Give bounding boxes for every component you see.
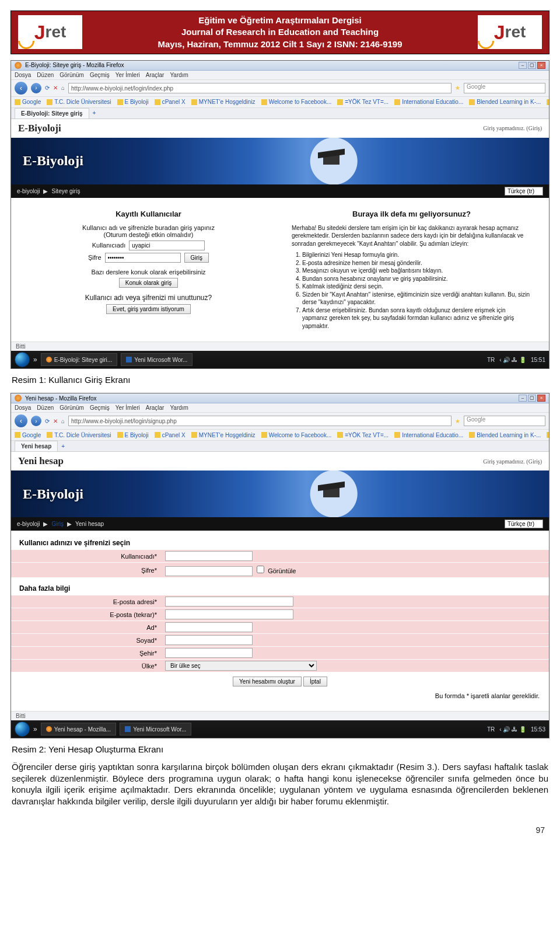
- signup-password-input[interactable]: [165, 566, 253, 576]
- bookmark-item[interactable]: T.C. Dicle Üniversitesi: [47, 432, 111, 438]
- bookmark-item[interactable]: MYNET'e Hoşgeldiniz: [191, 432, 256, 438]
- stop-icon[interactable]: ✕: [53, 85, 58, 91]
- bookmark-item[interactable]: T.C. Dicle Üniversitesi: [47, 99, 111, 105]
- language-select[interactable]: Türkçe (tr): [505, 520, 543, 528]
- login-status: Giriş yapmadınız. (Giriş): [483, 458, 542, 465]
- search-input[interactable]: Google: [464, 416, 545, 426]
- menu-view[interactable]: Görünüm: [60, 72, 84, 78]
- lastname-input[interactable]: [165, 635, 253, 645]
- active-tab[interactable]: Yeni hesap: [15, 441, 58, 451]
- bookmark-star-icon[interactable]: ★: [455, 85, 460, 91]
- breadcrumb-root[interactable]: e-biyoloji: [17, 521, 40, 527]
- taskbar-app-word[interactable]: Yeni Microsoft Wor...: [121, 353, 192, 366]
- menu-bookmarks[interactable]: Yer İmleri: [116, 72, 140, 78]
- menu-help[interactable]: Yardım: [170, 72, 188, 78]
- bookmark-item[interactable]: =YÖK Tez VT=...: [337, 99, 388, 105]
- home-icon[interactable]: ⌂: [61, 418, 65, 424]
- signup-column: Buraya ilk defa mı geliyorsunuz? Merhaba…: [292, 207, 531, 330]
- bookmark-item[interactable]: International Educatio...: [394, 99, 463, 105]
- password-input[interactable]: [105, 253, 181, 263]
- bookmark-item[interactable]: =YÖK Tez VT=...: [337, 432, 388, 438]
- breadcrumb-root[interactable]: e-biyoloji: [17, 188, 40, 194]
- close-button[interactable]: ×: [537, 395, 545, 402]
- tray-icons[interactable]: ‹ 🔊 🖧 🔋: [499, 726, 526, 733]
- url-input[interactable]: http://www.e-biyoloji.net/login/index.ph…: [68, 83, 452, 93]
- menu-help[interactable]: Yardım: [170, 405, 188, 411]
- show-password-checkbox[interactable]: Görüntüle: [254, 567, 296, 574]
- taskbar-app-word[interactable]: Yeni Microsoft Wor...: [120, 723, 191, 736]
- reload-icon[interactable]: ⟳: [45, 418, 50, 424]
- bookmark-item[interactable]: E Biyoloji: [117, 99, 149, 105]
- document-header: Jret Eğitim ve Öğretim Araştırmaları Der…: [10, 11, 550, 54]
- back-button[interactable]: ‹: [15, 414, 27, 427]
- breadcrumb-mid[interactable]: Giriş: [51, 521, 64, 527]
- search-input[interactable]: Google: [464, 83, 545, 93]
- menu-history[interactable]: Geçmiş: [90, 72, 110, 78]
- tray-lang[interactable]: TR: [487, 726, 495, 733]
- cancel-button[interactable]: İptal: [303, 677, 327, 686]
- bookmark-item[interactable]: Blended Learning in K-...: [469, 432, 541, 438]
- label-lastname: Soyad*: [11, 637, 163, 644]
- country-select[interactable]: Bir ülke seç: [165, 661, 317, 671]
- bookmark-item[interactable]: Biyologlar.com: [547, 99, 549, 105]
- start-orb[interactable]: [15, 722, 30, 737]
- forward-button[interactable]: ›: [31, 83, 41, 93]
- firstname-input[interactable]: [165, 622, 253, 632]
- bookmark-item[interactable]: International Educatio...: [394, 432, 463, 438]
- signup-username-input[interactable]: [165, 551, 253, 561]
- back-button[interactable]: ‹: [15, 82, 27, 95]
- graduation-cap-icon: [318, 151, 345, 173]
- menu-file[interactable]: Dosya: [15, 72, 31, 78]
- create-account-button[interactable]: Yeni hesabımı oluştur: [233, 677, 302, 686]
- bookmark-item[interactable]: Welcome to Facebook...: [261, 432, 332, 438]
- tray-icons[interactable]: ‹ 🔊 🖧 🔋: [499, 357, 526, 363]
- bookmark-item[interactable]: cPanel X: [155, 99, 186, 105]
- bookmark-item[interactable]: MYNET'e Hoşgeldiniz: [191, 99, 256, 105]
- maximize-button[interactable]: ▢: [528, 395, 536, 402]
- bookmark-item[interactable]: E Biyoloji: [117, 432, 149, 438]
- required-note: Bu formda * işaretli alanlar gereklidir.: [11, 691, 549, 705]
- bookmark-item[interactable]: cPanel X: [155, 432, 186, 438]
- menu-file[interactable]: Dosya: [15, 405, 31, 411]
- taskbar-app-firefox[interactable]: E-Biyoloji: Siteye giri...: [41, 353, 117, 366]
- active-tab[interactable]: E-Biyoloji: Siteye giriş: [15, 108, 89, 119]
- header-text: Eğitim ve Öğretim Araştırmaları Dergisi …: [82, 15, 478, 50]
- forward-button[interactable]: ›: [31, 416, 41, 426]
- stop-icon[interactable]: ✕: [53, 418, 58, 424]
- new-tab-button[interactable]: +: [58, 443, 68, 449]
- menu-edit[interactable]: Düzen: [37, 405, 54, 411]
- taskbar-app-firefox[interactable]: Yeni hesap - Mozilla...: [41, 723, 116, 736]
- new-tab-button[interactable]: +: [89, 110, 100, 116]
- tray-lang[interactable]: TR: [487, 357, 495, 363]
- bookmark-item[interactable]: Google: [15, 432, 41, 438]
- home-icon[interactable]: ⌂: [61, 85, 65, 91]
- maximize-button[interactable]: ▢: [528, 62, 536, 69]
- bookmark-item[interactable]: Welcome to Facebook...: [261, 99, 332, 105]
- reload-icon[interactable]: ⟳: [45, 85, 50, 91]
- city-input[interactable]: [165, 648, 253, 658]
- menu-tools[interactable]: Araçlar: [146, 72, 164, 78]
- language-select[interactable]: Türkçe (tr): [505, 187, 543, 196]
- guest-login-button[interactable]: Konuk olarak giriş: [119, 278, 178, 288]
- start-orb[interactable]: [15, 352, 30, 367]
- bookmark-item[interactable]: Biyologlar.com: [547, 432, 549, 438]
- forgot-help-button[interactable]: Evet, giriş yardımı istiyorum: [106, 304, 191, 314]
- body-paragraph: Öğrenciler derse giriş yaptıktan sonra k…: [0, 758, 560, 810]
- menu-view[interactable]: Görünüm: [60, 405, 84, 411]
- minimize-button[interactable]: –: [519, 62, 527, 69]
- page-banner: E-Biyoloji: [11, 470, 549, 517]
- menu-tools[interactable]: Araçlar: [146, 405, 164, 411]
- bookmark-star-icon[interactable]: ★: [455, 418, 460, 424]
- menu-edit[interactable]: Düzen: [37, 72, 54, 78]
- menu-history[interactable]: Geçmiş: [90, 405, 110, 411]
- minimize-button[interactable]: –: [519, 395, 527, 402]
- login-button[interactable]: Giriş: [184, 253, 209, 263]
- bookmark-item[interactable]: Google: [15, 99, 41, 105]
- menu-bookmarks[interactable]: Yer İmleri: [116, 405, 140, 411]
- url-input[interactable]: http://www.e-biyoloji.net/login/signup.p…: [68, 416, 452, 426]
- email2-input[interactable]: [165, 609, 293, 619]
- username-input[interactable]: [129, 241, 205, 250]
- close-button[interactable]: ×: [537, 62, 545, 69]
- email-input[interactable]: [165, 597, 293, 607]
- bookmark-item[interactable]: Blended Learning in K-...: [469, 99, 541, 105]
